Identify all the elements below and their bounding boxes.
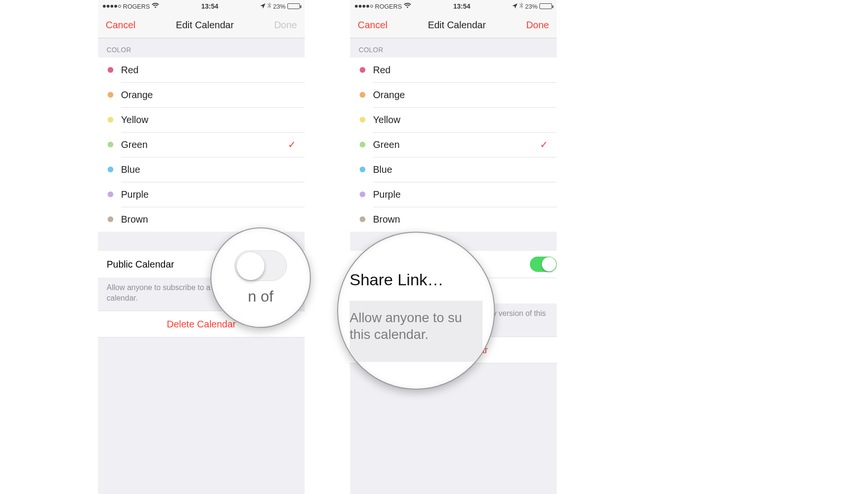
screenshot-right: ROGERS 13:54 23% Cancel Edit Calendar Do…: [350, 0, 557, 494]
carrier-label: ROGERS: [123, 3, 150, 10]
zoom-text: n of: [248, 288, 273, 305]
wifi-icon: [404, 3, 411, 10]
color-swatch: [108, 167, 113, 172]
color-list: Red Orange Yellow Green ✓ Blue Purple Br…: [350, 57, 557, 232]
status-time: 13:54: [453, 2, 471, 10]
color-swatch: [360, 142, 365, 147]
color-row-green[interactable]: Green ✓: [98, 132, 305, 157]
color-row-yellow[interactable]: Yellow: [350, 107, 557, 132]
color-label: Orange: [373, 90, 405, 101]
color-label: Green: [373, 139, 400, 150]
color-label: Red: [373, 65, 391, 76]
color-swatch: [108, 67, 113, 73]
color-row-purple[interactable]: Purple: [350, 182, 557, 207]
color-swatch: [108, 142, 113, 147]
cancel-button[interactable]: Cancel: [106, 20, 135, 31]
color-row-purple[interactable]: Purple: [98, 182, 305, 207]
color-row-green[interactable]: Green ✓: [350, 132, 557, 157]
color-label: Yellow: [373, 114, 400, 125]
color-swatch: [360, 67, 365, 73]
battery-icon: [287, 3, 300, 9]
color-label: Blue: [373, 164, 392, 175]
color-swatch: [108, 191, 113, 197]
delete-label: Delete Calendar: [167, 319, 236, 330]
battery-pct: 23%: [525, 3, 538, 10]
color-label: Brown: [373, 214, 400, 225]
cancel-button[interactable]: Cancel: [358, 20, 387, 31]
color-swatch: [360, 167, 365, 172]
nav-bar: Cancel Edit Calendar Done: [350, 12, 557, 38]
screenshot-left: ROGERS 13:54 23% Cancel Edit Calendar Do…: [98, 0, 305, 494]
zoom-lens: n of: [210, 227, 311, 328]
color-swatch: [360, 117, 365, 123]
battery-icon: [539, 3, 552, 9]
public-calendar-label: Public Calendar: [107, 259, 174, 270]
status-bar: ROGERS 13:54 23%: [350, 0, 557, 12]
color-section-header: COLOR: [350, 38, 557, 57]
done-button[interactable]: Done: [526, 20, 549, 31]
color-section-header: COLOR: [98, 38, 305, 57]
status-bar: ROGERS 13:54 23%: [98, 0, 305, 12]
color-swatch: [360, 191, 365, 197]
status-time: 13:54: [201, 2, 219, 10]
color-swatch: [360, 92, 365, 98]
color-row-red[interactable]: Red: [98, 57, 305, 82]
color-label: Green: [121, 139, 148, 150]
location-icon: [512, 3, 517, 10]
bluetooth-icon: [267, 2, 271, 10]
zoom-toggle-off: [234, 250, 287, 281]
color-row-orange[interactable]: Orange: [98, 82, 305, 107]
nav-bar: Cancel Edit Calendar Done: [98, 12, 305, 38]
color-swatch: [360, 216, 365, 222]
nav-title: Edit Calendar: [428, 20, 486, 31]
color-swatch: [108, 216, 113, 222]
zoom-footer-line: Allow anyone to su: [350, 309, 483, 326]
done-button[interactable]: Done: [274, 20, 297, 31]
color-row-blue[interactable]: Blue: [98, 157, 305, 182]
color-label: Yellow: [121, 114, 148, 125]
color-row-brown[interactable]: Brown: [98, 207, 305, 232]
color-swatch: [108, 117, 113, 123]
color-label: Red: [121, 65, 139, 76]
signal-icon: [355, 5, 373, 8]
color-row-orange[interactable]: Orange: [350, 82, 557, 107]
color-row-yellow[interactable]: Yellow: [98, 107, 305, 132]
color-row-brown[interactable]: Brown: [350, 207, 557, 232]
color-label: Purple: [121, 189, 149, 200]
location-icon: [260, 3, 265, 10]
battery-pct: 23%: [273, 3, 286, 10]
checkmark-icon: ✓: [540, 139, 548, 150]
color-label: Blue: [121, 164, 140, 175]
zoom-footer-line: this calendar.: [350, 326, 483, 343]
zoom-footer: Allow anyone to su this calendar.: [350, 301, 483, 362]
zoom-share-link: Share Link…: [350, 260, 483, 301]
carrier-label: ROGERS: [375, 3, 402, 10]
color-list: Red Orange Yellow Green ✓ Blue Purple Br…: [98, 57, 305, 232]
color-label: Purple: [373, 189, 401, 200]
color-swatch: [108, 92, 113, 98]
signal-icon: [103, 5, 121, 8]
zoom-lens: Share Link… Allow anyone to su this cale…: [337, 232, 495, 390]
wifi-icon: [152, 3, 159, 10]
color-label: Brown: [121, 214, 148, 225]
color-row-blue[interactable]: Blue: [350, 157, 557, 182]
nav-title: Edit Calendar: [176, 20, 234, 31]
checkmark-icon: ✓: [288, 139, 296, 150]
public-calendar-toggle[interactable]: [530, 257, 557, 272]
bluetooth-icon: [519, 2, 523, 10]
color-label: Orange: [121, 90, 153, 101]
color-row-red[interactable]: Red: [350, 57, 557, 82]
